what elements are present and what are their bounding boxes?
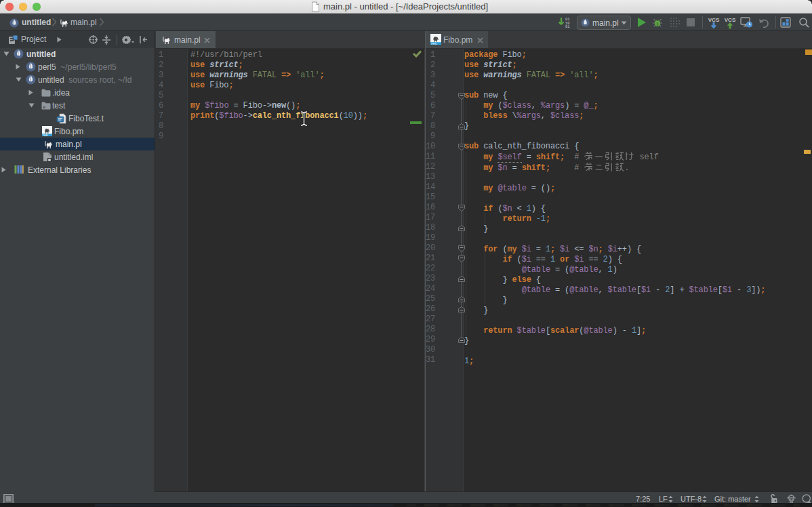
svg-text:PERL: PERL — [43, 134, 49, 136]
svg-text:PERL: PERL — [431, 43, 437, 45]
svg-text:01: 01 — [565, 25, 569, 28]
